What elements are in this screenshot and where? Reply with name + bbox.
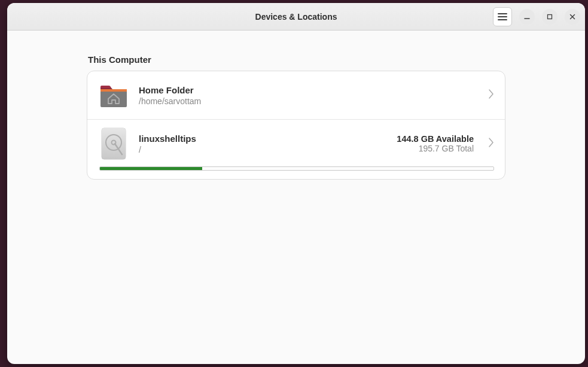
svg-rect-7 [100, 89, 127, 92]
disk-total: 195.7 GB Total [419, 144, 474, 153]
window-controls [493, 7, 580, 26]
section-title: This Computer [87, 54, 505, 65]
hamburger-menu-button[interactable] [493, 7, 512, 26]
app-window: Devices & Locations [7, 3, 585, 364]
home-folder-row[interactable]: Home Folder /home/sarvottam [87, 71, 505, 119]
home-folder-icon [98, 80, 129, 111]
content-area: This Computer Home Folder [7, 31, 585, 364]
home-folder-title: Home Folder [139, 85, 479, 95]
disk-usage-text: 144.8 GB Available 195.7 GB Total [397, 134, 474, 153]
minimize-icon [524, 14, 530, 20]
disk-usage-bar [99, 166, 494, 171]
disk-mount: / [139, 145, 387, 154]
hamburger-icon [498, 13, 507, 21]
chevron-right-icon [488, 89, 494, 102]
maximize-button[interactable] [542, 9, 557, 25]
disk-row[interactable]: linuxshelltips / 144.8 GB Available 195.… [87, 119, 505, 179]
title-bar: Devices & Locations [7, 3, 585, 31]
locations-card: Home Folder /home/sarvottam [87, 71, 505, 180]
close-icon [569, 14, 575, 20]
svg-rect-4 [548, 14, 552, 19]
disk-available: 144.8 GB Available [397, 134, 474, 144]
close-button[interactable] [565, 9, 580, 25]
home-folder-text: Home Folder /home/sarvottam [139, 85, 479, 106]
disk-text: linuxshelltips / [139, 134, 387, 154]
home-folder-path: /home/sarvottam [139, 96, 479, 106]
window-title: Devices & Locations [255, 12, 337, 22]
minimize-button[interactable] [519, 9, 535, 25]
disk-title: linuxshelltips [139, 134, 387, 144]
this-computer-section: This Computer Home Folder [87, 54, 505, 180]
chevron-right-icon [488, 137, 494, 150]
disk-usage-fill [100, 167, 202, 170]
hard-disk-icon [98, 128, 129, 159]
maximize-icon [547, 14, 553, 20]
